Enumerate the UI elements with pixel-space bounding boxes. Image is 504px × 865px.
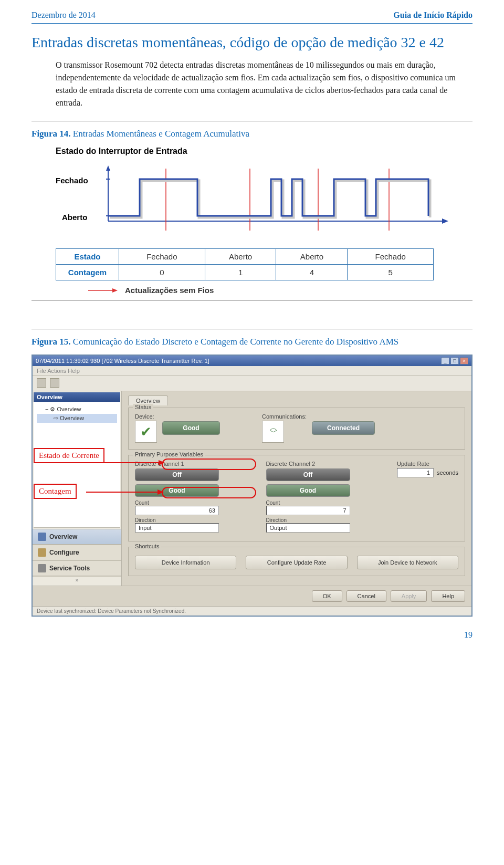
- annotation-label: Contagem: [39, 487, 71, 495]
- sidebar-expand[interactable]: »: [33, 576, 121, 586]
- page-header: Dezembro de 2014 Guia de Início Rápido: [32, 11, 472, 24]
- count-label: Count: [135, 500, 250, 506]
- titlebar[interactable]: 07/04/2011 11:39:02 930 [702 Wireless Di…: [33, 356, 471, 366]
- shortcut-configure-rate[interactable]: Configure Update Rate: [246, 556, 347, 569]
- tree-item-label: Overview: [60, 415, 84, 421]
- apply-button[interactable]: Apply: [391, 590, 427, 602]
- shortcuts-group: Shortcuts Device Information Configure U…: [128, 547, 465, 576]
- divider: [32, 121, 472, 121]
- state-count-table: Estado Fechado Aberto Aberto Fechado Con…: [56, 248, 434, 280]
- divider: [32, 300, 472, 300]
- divider: [32, 329, 472, 329]
- fig14-caption-rest: Entradas Momentâneas e Contagem Acumulat…: [71, 129, 249, 139]
- table-row: Contagem 0 1 4 5: [56, 265, 434, 280]
- wrench-icon: [38, 564, 46, 572]
- fig14-subtitle: Estado do Interruptor de Entrada: [56, 147, 472, 156]
- update-rate-unit: seconds: [437, 470, 458, 476]
- channel-2-state-button[interactable]: Off: [266, 468, 350, 481]
- tree-item-overview-child[interactable]: ⇨ Overview: [37, 414, 117, 423]
- dialog-footer: OK Cancel Apply Help: [33, 586, 471, 606]
- fig14-caption: Figura 14. Entradas Momentâneas e Contag…: [32, 129, 472, 139]
- toolbar-icon[interactable]: [50, 378, 59, 388]
- check-icon: ✔: [135, 421, 157, 443]
- gear-icon: [38, 548, 46, 557]
- sidebar-btn-configure[interactable]: Configure: [33, 545, 121, 560]
- statusbar: Device last synchronized: Device Paramet…: [33, 606, 471, 616]
- table-cell: 1: [205, 265, 276, 280]
- annotation-arrow-icon: [86, 487, 165, 497]
- channel-2-label: Discrete Channel 2: [266, 461, 382, 467]
- ams-window: 07/04/2011 11:39:02 930 [702 Wireless Di…: [32, 355, 472, 617]
- channel-2-quality-button[interactable]: Good: [266, 484, 350, 497]
- row-header-count: Contagem: [56, 265, 119, 280]
- svg-marker-1: [106, 165, 110, 171]
- update-rate-field: 1: [397, 468, 434, 477]
- device-status-button[interactable]: Good: [162, 421, 220, 435]
- update-rate-label: Update Rate: [397, 461, 458, 467]
- tree-item-label: Overview: [57, 406, 81, 412]
- channel-1-count-field: 63: [135, 506, 219, 515]
- svg-marker-11: [112, 288, 118, 293]
- count-label: Count: [266, 500, 382, 506]
- channel-1-direction-field: Input: [135, 523, 219, 533]
- header-guide: Guia de Início Rápido: [393, 11, 472, 20]
- toolbar[interactable]: [33, 376, 471, 391]
- tab-strip: Overview: [128, 395, 465, 405]
- row-header-state: Estado: [56, 249, 119, 265]
- legend-row: Actualizações sem Fios: [87, 286, 472, 295]
- header-date: Dezembro de 2014: [32, 11, 96, 20]
- toolbar-icon[interactable]: [37, 378, 46, 388]
- fig15-caption-bold: Figura 15.: [32, 337, 71, 347]
- waveform-svg: [98, 163, 455, 232]
- sidebar-btn-label: Overview: [49, 533, 77, 540]
- direction-label: Direction: [266, 517, 382, 523]
- svg-marker-3: [442, 218, 448, 224]
- sidebar-btn-overview[interactable]: Overview: [33, 529, 121, 545]
- sidebar-btn-label: Configure: [49, 549, 79, 556]
- comm-label: Communications:: [262, 413, 307, 420]
- ok-button[interactable]: OK: [312, 590, 342, 602]
- group-label: Primary Purpose Variables: [133, 451, 205, 457]
- table-cell: Fechado: [119, 249, 205, 265]
- channel-1-state-button[interactable]: Off: [135, 468, 219, 481]
- section-title: Entradas discretas momentâneas, código d…: [32, 33, 472, 51]
- group-label: Status: [133, 404, 153, 410]
- sidebar-panel-title: Overview: [34, 392, 120, 402]
- annotation-count: Contagem: [34, 484, 77, 499]
- fig15-caption: Figura 15. Comunicação do Estado Discret…: [32, 337, 472, 347]
- close-button[interactable]: ×: [460, 357, 468, 364]
- table-cell: 4: [276, 265, 348, 280]
- sidebar-btn-service[interactable]: Service Tools: [33, 560, 121, 576]
- legend-label: Actualizações sem Fios: [125, 286, 214, 295]
- page-number: 19: [32, 630, 472, 640]
- tree-item-overview[interactable]: − ⚙ Overview: [37, 405, 117, 414]
- sidebar-btn-label: Service Tools: [49, 565, 90, 572]
- y-label-open: Aberto: [62, 213, 87, 222]
- menubar[interactable]: File Actions Help: [33, 366, 471, 376]
- shortcut-device-info[interactable]: Device Information: [135, 556, 236, 569]
- table-cell: Aberto: [205, 249, 276, 265]
- shortcut-join-network[interactable]: Join Device to Network: [357, 556, 458, 569]
- cancel-button[interactable]: Cancel: [346, 590, 386, 602]
- fig15-caption-rest: Comunicação do Estado Discreto e Contage…: [71, 337, 399, 347]
- comm-status-button[interactable]: Connected: [312, 421, 375, 435]
- status-group: Status Device: ✔ Good Communications:: [128, 408, 465, 450]
- legend-arrow-icon: [87, 287, 119, 294]
- update-rate-block: Update Rate 1 seconds: [397, 461, 458, 477]
- fig15-figure: Estado de Corrente Contagem 07/04/2011 1…: [32, 355, 472, 617]
- annotation-current-state: Estado de Corrente: [34, 448, 104, 463]
- fig14-figure: Estado do Interruptor de Entrada Fechado…: [56, 147, 472, 295]
- svg-marker-15: [158, 489, 164, 495]
- help-button[interactable]: Help: [431, 590, 465, 602]
- fig14-caption-bold: Figura 14.: [32, 129, 71, 139]
- svg-marker-13: [159, 460, 165, 465]
- y-label-closed: Fechado: [56, 176, 88, 185]
- table-cell: Fechado: [348, 249, 434, 265]
- minimize-button[interactable]: _: [441, 357, 449, 364]
- annotation-label: Estado de Corrente: [39, 451, 99, 460]
- table-row: Estado Fechado Aberto Aberto Fechado: [56, 249, 434, 265]
- maximize-button[interactable]: □: [450, 357, 459, 364]
- table-cell: Aberto: [276, 249, 348, 265]
- window-title: 07/04/2011 11:39:02 930 [702 Wireless Di…: [36, 358, 209, 364]
- annotation-ellipse: [162, 458, 256, 470]
